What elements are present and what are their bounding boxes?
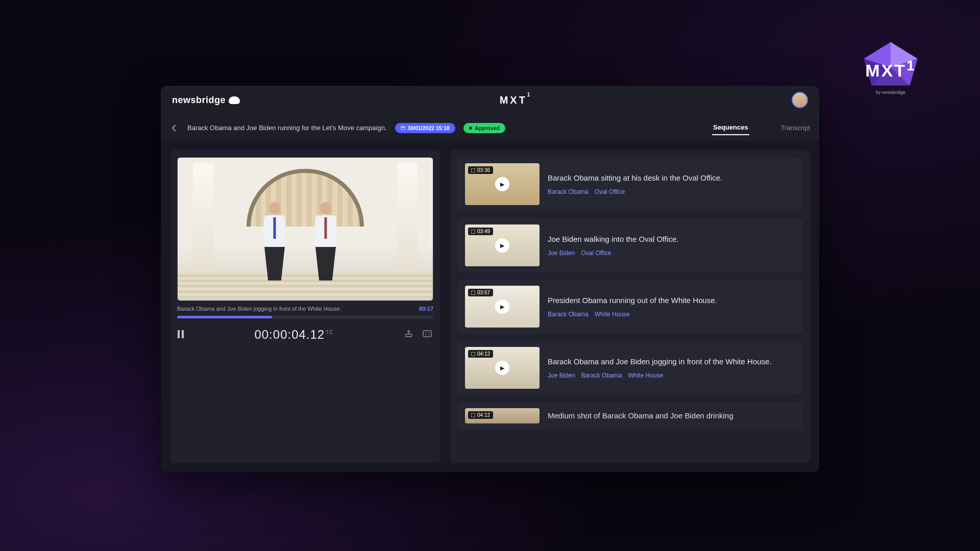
- sequence-title: Joe Biden walking into the Oval Office.: [548, 234, 795, 244]
- expand-icon: [471, 291, 475, 295]
- svg-rect-10: [423, 331, 431, 337]
- sequence-title: Medium shot of Barack Obama and Joe Bide…: [548, 411, 795, 421]
- sequence-title: Barack Obama sitting at his desk in the …: [548, 173, 795, 183]
- tab-sequences[interactable]: Sequences: [712, 120, 749, 135]
- svg-rect-14: [471, 352, 475, 356]
- player-controls: 00:00:04.12TC: [177, 328, 433, 342]
- status-pill-label: Approved: [475, 125, 500, 131]
- sequence-thumbnail[interactable]: 03:36 ▶: [465, 163, 540, 205]
- date-pill-label: 30/01/2022 15:18: [408, 125, 450, 131]
- sequence-thumbnail[interactable]: 04:12: [465, 408, 540, 423]
- pause-button[interactable]: [177, 329, 191, 341]
- tag[interactable]: Oval Office: [595, 188, 625, 195]
- svg-rect-13: [471, 291, 475, 295]
- svg-rect-11: [471, 168, 475, 172]
- sequences-panel: 03:36 ▶ Barack Obama sitting at his desk…: [450, 150, 810, 463]
- back-button[interactable]: [169, 123, 179, 133]
- tab-transcript[interactable]: Transcript: [780, 121, 811, 135]
- expand-icon: [471, 230, 475, 234]
- sequence-tags: Barack Obama White House: [548, 311, 795, 318]
- time-badge: 03:36: [468, 166, 493, 174]
- player-panel: Barack Obama and Joe Biden jogging in fr…: [170, 150, 440, 463]
- play-icon: ▶: [495, 238, 509, 253]
- share-icon[interactable]: [403, 330, 415, 340]
- captions-icon[interactable]: [421, 330, 433, 339]
- status-dot-icon: [469, 127, 472, 130]
- tag[interactable]: White House: [628, 372, 663, 379]
- date-pill[interactable]: 30/01/2022 15:18: [395, 123, 455, 133]
- play-icon: ▶: [495, 177, 509, 191]
- tag[interactable]: Joe Biden: [548, 249, 575, 257]
- play-icon: ▶: [495, 361, 509, 375]
- sequence-thumbnail[interactable]: 04:12 ▶: [465, 347, 540, 389]
- player-caption-time: 00:17: [419, 306, 433, 312]
- tag[interactable]: Barack Obama: [548, 188, 589, 195]
- content-area: Barack Obama and Joe Biden jogging in fr…: [161, 141, 819, 472]
- sequence-item[interactable]: 04:12 Medium shot of Barack Obama and Jo…: [457, 402, 803, 430]
- sequence-tags: Barack Obama Oval Office: [548, 188, 795, 195]
- sequence-item[interactable]: 03:36 ▶ Barack Obama sitting at his desk…: [457, 157, 803, 211]
- progress-fill: [177, 316, 272, 318]
- product-mark: MXT1: [500, 94, 532, 106]
- sequence-body: Barack Obama and Joe Biden jogging in fr…: [548, 357, 795, 379]
- expand-icon: [471, 413, 475, 417]
- user-avatar[interactable]: [792, 92, 808, 108]
- header-center: MXT1: [240, 94, 792, 106]
- sequence-thumbnail[interactable]: 03:49 ▶: [465, 224, 540, 266]
- sequence-thumbnail[interactable]: 03:57 ▶: [465, 286, 540, 328]
- sequence-tags: Joe Biden Oval Office: [548, 249, 795, 257]
- svg-rect-7: [178, 330, 180, 338]
- time-badge: 04:12: [468, 411, 493, 419]
- sequence-body: President Obama running out of the White…: [548, 295, 795, 318]
- corner-brand-badge: MXT1 by newsbridge: [857, 41, 924, 95]
- sequence-item[interactable]: 04:12 ▶ Barack Obama and Joe Biden joggi…: [457, 341, 803, 395]
- app-window: newsbridge MXT1 Barack Obama and Joe Bid…: [161, 86, 819, 472]
- time-badge: 03:57: [468, 289, 493, 296]
- video-viewport[interactable]: [177, 157, 433, 301]
- time-badge: 03:49: [468, 228, 493, 235]
- status-pill[interactable]: Approved: [463, 123, 505, 133]
- progress-bar[interactable]: [177, 316, 433, 318]
- player-caption: Barack Obama and Joe Biden jogging in fr…: [177, 306, 341, 312]
- app-header: newsbridge MXT1: [161, 86, 819, 114]
- sequence-tags: Joe Biden Barack Obama White House: [548, 372, 795, 379]
- calendar-icon: [401, 126, 405, 130]
- sequence-body: Joe Biden walking into the Oval Office. …: [548, 234, 795, 257]
- sequence-body: Barack Obama sitting at his desk in the …: [548, 173, 795, 195]
- tag[interactable]: Barack Obama: [548, 311, 589, 318]
- sequence-item[interactable]: 03:57 ▶ President Obama running out of t…: [457, 280, 803, 334]
- svg-rect-15: [471, 413, 475, 417]
- sequence-body: Medium shot of Barack Obama and Joe Bide…: [548, 411, 795, 421]
- expand-icon: [471, 168, 475, 172]
- cloud-icon: [229, 96, 240, 104]
- play-icon: ▶: [495, 299, 509, 314]
- timecode-display: 00:00:04.12TC: [191, 328, 397, 342]
- newsbridge-logo[interactable]: newsbridge: [172, 95, 240, 106]
- sequence-title: Barack Obama and Joe Biden jogging in fr…: [548, 357, 795, 367]
- brand-mark: MXT1: [865, 57, 916, 81]
- caption-row: Barack Obama and Joe Biden jogging in fr…: [177, 306, 433, 312]
- expand-icon: [471, 352, 475, 356]
- newsbridge-wordmark: newsbridge: [172, 95, 226, 106]
- tag[interactable]: Joe Biden: [548, 372, 575, 379]
- breadcrumb-title: Barack Obama and Joe Biden running for t…: [187, 124, 387, 132]
- tag[interactable]: Barack Obama: [581, 372, 622, 379]
- sequence-title: President Obama running out of the White…: [548, 295, 795, 306]
- time-badge: 04:12: [468, 350, 493, 358]
- svg-rect-12: [471, 230, 475, 234]
- subheader: Barack Obama and Joe Biden running for t…: [161, 114, 819, 141]
- svg-rect-5: [401, 127, 404, 130]
- tag[interactable]: White House: [595, 311, 630, 318]
- tag[interactable]: Oval Office: [581, 249, 611, 257]
- sequence-item[interactable]: 03:49 ▶ Joe Biden walking into the Oval …: [457, 218, 803, 272]
- svg-rect-8: [182, 330, 184, 338]
